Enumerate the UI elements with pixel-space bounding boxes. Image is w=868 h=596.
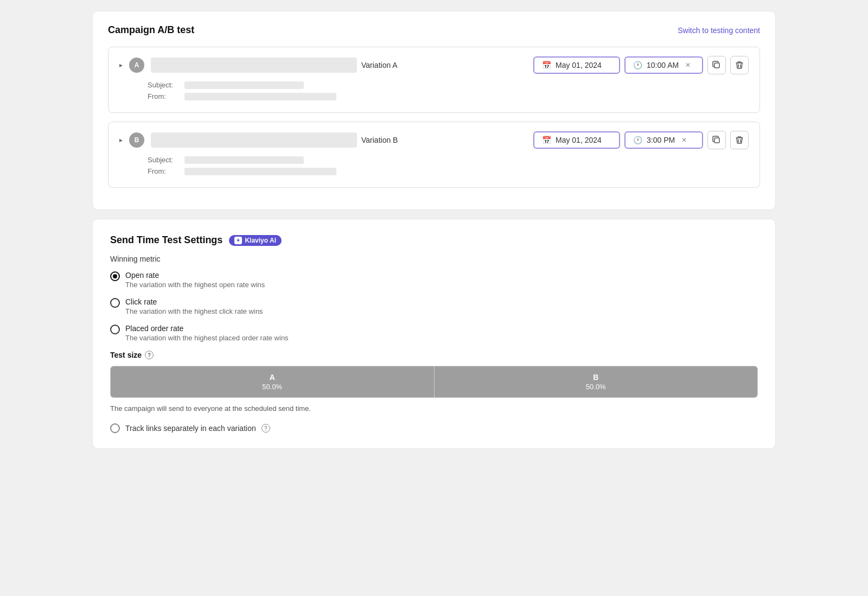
subject-row-b: Subject: — [148, 156, 749, 164]
subject-placeholder-b — [184, 156, 304, 164]
winning-metric-label: Winning metric — [110, 255, 758, 263]
switch-to-testing-link[interactable]: Switch to testing content — [678, 26, 760, 35]
duplicate-button-b[interactable] — [707, 131, 726, 149]
subject-label-b: Subject: — [148, 156, 180, 164]
ai-badge-icon: ✦ — [234, 237, 242, 244]
radio-main-open-rate: Open rate — [125, 271, 265, 280]
radio-desc-placed-order: The variation with the highest placed or… — [125, 334, 289, 342]
calendar-icon-b: 📅 — [542, 136, 551, 144]
segment-label-a: A — [270, 373, 275, 382]
from-placeholder-a — [184, 93, 336, 100]
send-note: The campaign will send to everyone at th… — [110, 404, 758, 413]
test-size-segment-b: B 50.0% — [435, 366, 758, 397]
radio-click-rate[interactable] — [110, 298, 120, 308]
variation-meta-a: Subject: From: — [148, 81, 749, 100]
trash-icon-b — [735, 136, 744, 144]
radio-dot-open-rate — [113, 274, 117, 278]
variation-name-placeholder-a — [151, 58, 357, 73]
clock-icon-b: 🕐 — [633, 136, 642, 144]
from-row-b: From: — [148, 167, 749, 175]
track-links-checkbox[interactable] — [110, 423, 120, 433]
duplicate-button-a[interactable] — [707, 56, 726, 74]
test-size-segment-a: A 50.0% — [111, 366, 435, 397]
subject-placeholder-a — [184, 81, 304, 89]
clock-icon-a: 🕐 — [633, 61, 642, 69]
subject-label-a: Subject: — [148, 81, 180, 89]
settings-section: Send Time Test Settings ✦ Klaviyo AI Win… — [92, 219, 776, 449]
radio-content-click-rate: Click rate The variation with the highes… — [125, 297, 263, 315]
track-links-row[interactable]: Track links separately in each variation… — [110, 423, 758, 433]
calendar-icon-a: 📅 — [542, 61, 551, 69]
time-picker-a[interactable]: 🕐 10:00 AM ✕ — [624, 56, 703, 74]
date-picker-b[interactable]: 📅 May 01, 2024 — [533, 131, 620, 149]
variation-top-b: ▸ B Variation B 📅 May 01, 2024 🕐 3:00 PM… — [119, 131, 749, 149]
expand-icon-b[interactable]: ▸ — [119, 136, 123, 144]
radio-content-placed-order: Placed order rate The variation with the… — [125, 324, 289, 342]
page-title: Campaign A/B test — [108, 24, 194, 36]
radio-main-click-rate: Click rate — [125, 297, 263, 306]
radio-option-click-rate[interactable]: Click rate The variation with the highes… — [110, 297, 758, 315]
radio-desc-open-rate: The variation with the highest open rate… — [125, 281, 265, 289]
date-value-b: May 01, 2024 — [556, 136, 602, 144]
delete-button-b[interactable] — [730, 131, 749, 149]
segment-label-b: B — [593, 373, 598, 382]
track-links-label: Track links separately in each variation — [125, 424, 256, 433]
from-label-b: From: — [148, 167, 180, 175]
time-picker-b[interactable]: 🕐 3:00 PM ✕ — [624, 131, 703, 149]
variation-name-wrapper-b: Variation B — [151, 132, 518, 148]
ab-test-section: Campaign A/B test Switch to testing cont… — [92, 11, 776, 210]
test-size-bar: A 50.0% B 50.0% — [110, 366, 758, 398]
page-container: Campaign A/B test Switch to testing cont… — [92, 11, 776, 449]
variation-meta-b: Subject: From: — [148, 156, 749, 175]
segment-pct-b: 50.0% — [586, 383, 606, 391]
settings-header: Send Time Test Settings ✦ Klaviyo AI — [110, 234, 758, 246]
test-size-text: Test size — [110, 351, 142, 359]
copy-icon-b — [712, 136, 721, 144]
subject-row-a: Subject: — [148, 81, 749, 89]
from-row-a: From: — [148, 92, 749, 100]
variation-label-b: Variation B — [361, 136, 398, 144]
test-size-label: Test size ? — [110, 351, 758, 359]
radio-option-placed-order[interactable]: Placed order rate The variation with the… — [110, 324, 758, 342]
segment-pct-a: 50.0% — [262, 383, 282, 391]
time-value-b: 3:00 PM — [647, 136, 675, 144]
radio-placed-order[interactable] — [110, 325, 120, 334]
copy-icon-a — [712, 61, 721, 69]
trash-icon-a — [735, 61, 744, 69]
clear-time-a[interactable]: ✕ — [685, 61, 691, 69]
variation-controls-b: 📅 May 01, 2024 🕐 3:00 PM ✕ — [533, 131, 749, 149]
radio-desc-click-rate: The variation with the highest click rat… — [125, 307, 263, 315]
delete-button-a[interactable] — [730, 56, 749, 74]
radio-option-open-rate[interactable]: Open rate The variation with the highest… — [110, 271, 758, 289]
variation-card-b: ▸ B Variation B 📅 May 01, 2024 🕐 3:00 PM… — [108, 122, 760, 188]
date-value-a: May 01, 2024 — [556, 61, 602, 69]
from-placeholder-b — [184, 168, 336, 175]
test-size-help-icon[interactable]: ? — [145, 351, 154, 359]
clear-time-b[interactable]: ✕ — [681, 136, 687, 144]
variation-badge-a: A — [129, 58, 144, 73]
radio-content-open-rate: Open rate The variation with the highest… — [125, 271, 265, 289]
radio-main-placed-order: Placed order rate — [125, 324, 289, 333]
ai-badge: ✦ Klaviyo AI — [229, 235, 282, 246]
settings-title: Send Time Test Settings — [110, 234, 222, 246]
date-picker-a[interactable]: 📅 May 01, 2024 — [533, 56, 620, 74]
variation-name-placeholder-b — [151, 132, 357, 148]
section-header: Campaign A/B test Switch to testing cont… — [108, 24, 760, 36]
expand-icon-a[interactable]: ▸ — [119, 61, 123, 69]
variation-card-a: ▸ A Variation A 📅 May 01, 2024 🕐 10:00 A… — [108, 47, 760, 113]
svg-rect-1 — [714, 138, 719, 143]
variation-label-a: Variation A — [361, 61, 398, 69]
svg-rect-0 — [714, 63, 719, 68]
variation-badge-b: B — [129, 132, 144, 148]
variation-name-wrapper-a: Variation A — [151, 58, 518, 73]
variation-top-a: ▸ A Variation A 📅 May 01, 2024 🕐 10:00 A… — [119, 56, 749, 74]
track-links-help-icon[interactable]: ? — [261, 424, 270, 433]
time-value-a: 10:00 AM — [647, 61, 679, 69]
ai-badge-label: Klaviyo AI — [245, 237, 276, 244]
from-label-a: From: — [148, 92, 180, 100]
radio-open-rate[interactable] — [110, 271, 120, 281]
variation-controls-a: 📅 May 01, 2024 🕐 10:00 AM ✕ — [533, 56, 749, 74]
